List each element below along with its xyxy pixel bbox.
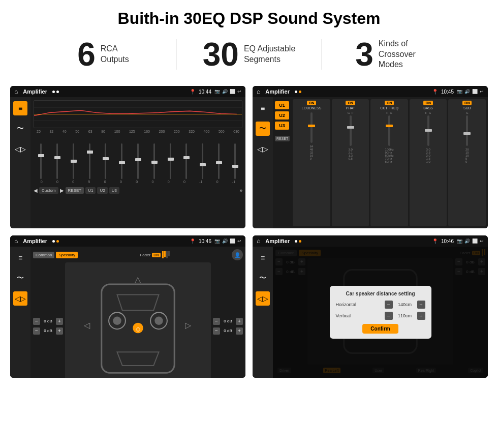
eq-status-icons: 📷 🔊 ⬜ ↩ <box>214 89 241 94</box>
home-icon-3[interactable]: ⌂ <box>14 237 18 245</box>
vertical-minus[interactable]: − <box>385 312 393 320</box>
bass-on[interactable]: ON <box>423 101 433 105</box>
wave-icon-4[interactable]: 〜 <box>256 271 270 285</box>
reset-btn[interactable]: RESET <box>66 187 84 194</box>
eq-slider-11[interactable] <box>195 143 210 179</box>
eq-slider-8[interactable] <box>146 143 162 179</box>
horizontal-minus[interactable]: − <box>385 301 393 309</box>
eq-slider-7[interactable] <box>131 143 146 179</box>
loudness-on[interactable]: ON <box>307 101 317 105</box>
eq-slider-13[interactable] <box>227 143 242 179</box>
home-icon-4[interactable]: ⌂ <box>257 237 260 245</box>
u2-btn[interactable]: U2 <box>97 187 107 194</box>
cutfreq-on[interactable]: ON <box>385 101 394 105</box>
eq-icon-2[interactable]: ≡ <box>256 101 270 115</box>
vol1-plus[interactable]: + <box>56 318 63 325</box>
back-icon-2[interactable]: ↩ <box>480 89 484 94</box>
vol2-plus[interactable]: + <box>56 327 63 335</box>
distance-dots <box>295 240 301 243</box>
wave-icon-3[interactable]: 〜 <box>13 271 27 285</box>
bass-col: ON BASS F G 3.02.52.01.51.0 <box>410 99 447 226</box>
play-icon[interactable]: ▶ <box>60 188 64 193</box>
eq-main-area: 253240506380100125160200250320400500630 <box>30 97 245 228</box>
crossover-reset-btn[interactable]: RESET <box>275 136 290 141</box>
u3-btn[interactable]: U3 <box>109 187 119 194</box>
speaker-icon-4[interactable]: ◁▷ <box>256 291 270 306</box>
specialty-btn[interactable]: Specialty <box>56 252 77 258</box>
vol1-minus[interactable]: − <box>33 318 40 325</box>
eq-freq-labels: 253240506380100125160200250320400500630 <box>34 130 242 133</box>
phat-fader[interactable] <box>350 115 352 146</box>
cutfreq-fader[interactable] <box>388 115 390 146</box>
wave-icon[interactable]: 〜 <box>13 122 27 136</box>
phat-on[interactable]: ON <box>346 101 355 105</box>
loudness-title: LOUDNESS <box>302 106 322 110</box>
home-icon-2[interactable]: ⌂ <box>257 88 260 95</box>
back-icon-3[interactable]: ↩ <box>237 238 241 244</box>
speaker-icon-2[interactable]: ◁▷ <box>256 142 270 156</box>
cutfreq-vals: 100Hz90Hz80kHz70Hz60Hz <box>385 148 394 163</box>
confirm-button[interactable]: Confirm <box>362 324 398 334</box>
vol2-minus[interactable]: − <box>33 327 40 335</box>
eq-slider-5[interactable] <box>98 143 113 179</box>
dot-2 <box>56 91 59 93</box>
loudness-fader[interactable] <box>310 112 313 143</box>
back-icon-4[interactable]: ↩ <box>480 238 484 244</box>
sub-on[interactable]: ON <box>462 101 472 105</box>
u3-crossover-btn[interactable]: U3 <box>275 122 289 130</box>
wave-icon-2[interactable]: 〜 <box>256 122 270 136</box>
crossover-app-name: Amplifier <box>265 88 290 95</box>
speaker-inner: Common Specialty Fader ON <box>30 247 245 378</box>
modal-overlay: Car speaker distance setting Horizontal … <box>273 247 488 378</box>
camera-icon: 📷 <box>214 89 220 94</box>
home-icon[interactable]: ⌂ <box>14 88 18 95</box>
eq-slider-3[interactable] <box>66 143 81 179</box>
crossover-dots <box>295 91 301 93</box>
eq-slider-12[interactable] <box>211 143 226 179</box>
eq-chart <box>34 100 242 128</box>
stat-rca-number: 6 <box>77 38 96 71</box>
camera-icon-4: 📷 <box>457 238 462 244</box>
distance-sidebar: ≡ 〜 ◁▷ <box>253 247 273 378</box>
eq-icon-4[interactable]: ≡ <box>256 251 270 265</box>
eq-sliders <box>30 133 245 179</box>
speaker-icon[interactable]: ◁▷ <box>13 142 27 156</box>
speaker-icon-3[interactable]: ◁▷ <box>13 291 27 306</box>
loudness-faders <box>310 111 313 144</box>
expand-icon[interactable]: » <box>239 188 242 193</box>
back-icon[interactable]: ↩ <box>237 89 241 94</box>
eq-icon[interactable]: ≡ <box>13 101 27 115</box>
u1-btn[interactable]: U1 <box>85 187 96 194</box>
vol4-minus[interactable]: − <box>213 327 220 335</box>
vol3-minus[interactable]: − <box>213 318 220 325</box>
u1-crossover-btn[interactable]: U1 <box>275 101 289 109</box>
vol1-val: 0 dB <box>42 319 54 323</box>
eq-slider-2[interactable] <box>50 143 65 179</box>
prev-icon[interactable]: ◀ <box>34 188 38 193</box>
eq-time: 10:44 <box>199 89 211 95</box>
bass-fader[interactable] <box>427 115 429 146</box>
sub-fader[interactable] <box>466 115 468 146</box>
eq-slider-10[interactable] <box>179 143 194 179</box>
custom-preset-btn[interactable]: Custom <box>39 187 58 194</box>
vol4-plus[interactable]: + <box>236 327 243 335</box>
location-icon-3: 📍 <box>190 238 196 244</box>
distance-main: Common Specialty Fader ON <box>273 247 488 378</box>
eq-slider-6[interactable] <box>114 143 130 179</box>
eq-slider-9[interactable] <box>163 143 178 179</box>
eq-slider-4[interactable] <box>82 143 97 179</box>
car-diagram-svg: ◇ ◁ ▷ △ ▽ <box>65 262 211 378</box>
horizontal-plus[interactable]: + <box>417 301 425 309</box>
common-btn[interactable]: Common <box>33 252 54 258</box>
sub-g: G <box>466 111 469 114</box>
camera-icon-2: 📷 <box>457 89 462 94</box>
eq-icon-3[interactable]: ≡ <box>13 251 27 265</box>
fader-on[interactable]: ON <box>152 253 161 257</box>
u2-crossover-btn[interactable]: U2 <box>275 111 289 120</box>
vertical-plus[interactable]: + <box>417 312 425 320</box>
eq-slider-1[interactable] <box>34 143 49 179</box>
svg-text:◁: ◁ <box>84 320 90 330</box>
speaker-app-name: Amplifier <box>23 238 47 244</box>
cutfreq-gf: F G <box>386 111 392 114</box>
vol3-plus[interactable]: + <box>236 318 243 325</box>
